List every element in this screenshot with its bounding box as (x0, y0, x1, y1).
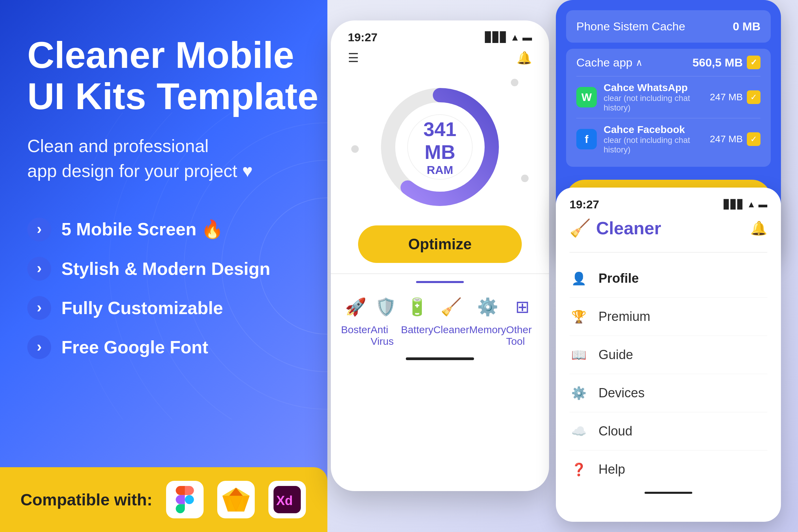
cache-app-section: Cache app ∧ 560,5 MB ✓ W Cahce WhatsApp … (566, 49, 771, 167)
subtitle: Clean and professionalapp design for you… (27, 134, 324, 183)
nav-item-cleaner[interactable]: 🧹 Cleaner (433, 293, 469, 336)
feature-text-1: 5 Mobile Screen 🔥 (61, 219, 223, 240)
feature-list: 5 Mobile Screen 🔥 Stylish & Modern Desig… (27, 218, 324, 359)
brand-name: Cleaner (596, 218, 661, 238)
nav-label-antivirus: Anti Virus (371, 324, 401, 347)
nav-label-memory: Memory (469, 324, 506, 336)
status-icons: ▊▊▊ ▲ ▬ (485, 32, 532, 43)
menu-signal-icon: ▊▊▊ (724, 199, 744, 210)
nav-divider (331, 273, 549, 274)
left-text-section: Cleaner Mobile UI Kits Template Clean an… (27, 34, 324, 359)
svg-text:Xd: Xd (276, 493, 293, 508)
memory-icon: ⚙️ (474, 293, 501, 321)
menu-label-devices: Devices (598, 386, 645, 400)
nav-label-cleaner: Cleaner (433, 324, 469, 336)
facebook-desc: clear (not including chat history) (604, 135, 703, 154)
other-tool-icon: ⊞ (509, 293, 536, 321)
feature-item-1: 5 Mobile Screen 🔥 (27, 218, 324, 241)
dot-decoration-right (521, 175, 529, 182)
battery-icon: ▬ (522, 32, 532, 43)
menu-item-devices[interactable]: ⚙️ Devices (570, 374, 767, 412)
whatsapp-desc: clear (not including chat history) (604, 93, 703, 113)
main-title: Cleaner Mobile UI Kits Template (27, 34, 324, 117)
cloud-icon: ☁️ (570, 422, 588, 441)
facebook-cache-item: f Cahce Facebook clear (not including ch… (576, 118, 760, 160)
phone-menu: 19:27 ▊▊▊ ▲ ▬ 🧹 Cleaner 🔔 👤 Profile 🏆 Pr… (556, 188, 781, 522)
sketch-icon (217, 481, 255, 518)
phone-main: 19:27 ▊▊▊ ▲ ▬ ☰ 🔔 (331, 20, 549, 491)
menu-label-guide: Guide (598, 348, 633, 362)
ram-label: RAM (408, 163, 472, 177)
menu-phone-time: 19:27 (570, 198, 599, 211)
main-phone-status-bar: 19:27 ▊▊▊ ▲ ▬ (331, 20, 549, 47)
main-content: Cleaner Mobile UI Kits Template Clean an… (0, 0, 798, 532)
menu-list: 👤 Profile 🏆 Premium 📖 Guide ⚙️ Devices ☁… (570, 260, 767, 488)
cache-app-checkbox[interactable]: ✓ (747, 56, 760, 69)
cache-app-size: 560,5 MB ✓ (693, 56, 760, 69)
menu-item-guide[interactable]: 📖 Guide (570, 336, 767, 374)
ram-section: 341 MB RAM (331, 72, 549, 219)
devices-icon: ⚙️ (570, 384, 588, 402)
facebook-info: Cahce Facebook clear (not including chat… (604, 124, 703, 154)
signal-icon: ▊▊▊ (485, 32, 507, 43)
menu-status-bar: 19:27 ▊▊▊ ▲ ▬ (570, 198, 767, 211)
cleaner-icon: 🧹 (438, 293, 465, 321)
notification-bell-icon[interactable]: 🔔 (517, 51, 532, 65)
ram-value: 341 MB (408, 118, 472, 163)
dot-decoration-top (511, 79, 518, 86)
figma-icon (166, 481, 204, 518)
whatsapp-checkbox[interactable]: ✓ (747, 90, 760, 104)
menu-item-help[interactable]: ❓ Help (570, 450, 767, 488)
phone-system-cache-value: 0 MB (733, 20, 760, 33)
nav-item-memory[interactable]: ⚙️ Memory (469, 293, 506, 336)
antivirus-icon: 🛡️ (372, 293, 399, 321)
feature-arrow-icon-1 (27, 218, 51, 241)
facebook-name: Cahce Facebook (604, 124, 703, 135)
feature-item-3: Fully Customizable (27, 296, 324, 320)
feature-arrow-icon-3 (27, 296, 51, 320)
xd-icon: Xd (268, 481, 306, 518)
ram-donut-chart: 341 MB RAM (375, 82, 505, 212)
phone-system-cache-row: Phone Sistem Cache 0 MB (566, 10, 771, 43)
facebook-size: 247 MB (710, 134, 743, 145)
brand-section: 🧹 Cleaner (570, 218, 661, 238)
compatibility-bar: Compatible with: (0, 467, 327, 532)
menu-label-help: Help (598, 462, 625, 477)
menu-label-profile: Profile (598, 271, 639, 286)
nav-indicator (416, 281, 464, 283)
cache-app-header: Cache app ∧ 560,5 MB ✓ (576, 56, 760, 69)
menu-label-cloud: Cloud (598, 424, 632, 439)
nav-item-other-tool[interactable]: ⊞ Other Tool (506, 293, 539, 347)
phone-home-indicator (406, 357, 474, 360)
optimize-button[interactable]: Optimize (358, 225, 522, 263)
menu-bell-icon[interactable]: 🔔 (750, 220, 767, 236)
bottom-navigation: 🚀 Boster 🛡️ Anti Virus 🔋 Battery 🧹 Clean… (331, 290, 549, 351)
phone-system-cache-label: Phone Sistem Cache (576, 20, 685, 33)
wifi-icon: ▲ (510, 32, 520, 43)
menu-battery-icon: ▬ (758, 199, 767, 210)
feature-arrow-icon-4 (27, 335, 51, 359)
whatsapp-cache-item: W Cahce WhatsApp clear (not including ch… (576, 76, 760, 118)
main-phone-time: 19:27 (348, 31, 378, 44)
boster-icon: 🚀 (342, 293, 369, 321)
feature-arrow-icon-2 (27, 257, 51, 281)
guide-icon: 📖 (570, 345, 588, 364)
feature-item-4: Free Google Font (27, 335, 324, 359)
whatsapp-size: 247 MB (710, 92, 743, 103)
menu-item-cloud[interactable]: ☁️ Cloud (570, 412, 767, 450)
profile-icon: 👤 (570, 269, 588, 288)
menu-item-premium[interactable]: 🏆 Premium (570, 298, 767, 336)
nav-item-antivirus[interactable]: 🛡️ Anti Virus (371, 293, 401, 347)
nav-item-battery[interactable]: 🔋 Battery (401, 293, 433, 336)
nav-label-other-tool: Other Tool (506, 324, 539, 347)
facebook-checkbox[interactable]: ✓ (747, 132, 760, 146)
nav-item-boster[interactable]: 🚀 Boster (341, 293, 371, 336)
nav-label-battery: Battery (401, 324, 433, 336)
menu-item-profile[interactable]: 👤 Profile (570, 260, 767, 298)
menu-divider (570, 252, 767, 253)
facebook-avatar: f (576, 129, 597, 149)
whatsapp-name: Cahce WhatsApp (604, 82, 703, 93)
premium-icon: 🏆 (570, 307, 588, 326)
feature-text-4: Free Google Font (61, 337, 208, 357)
hamburger-menu-icon[interactable]: ☰ (348, 51, 359, 65)
